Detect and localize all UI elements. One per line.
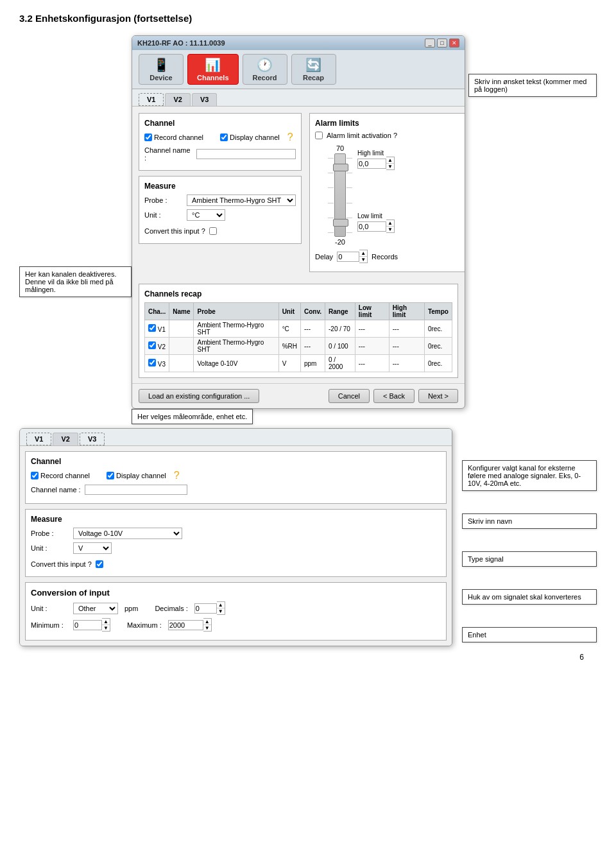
slider-handle-high[interactable] [333, 164, 348, 171]
table-row: V1 Ambient Thermo-Hygro SHT °C --- -20 /… [145, 320, 452, 338]
annotation-bottom-left: Her kan kanalen deaktiveres. Denne vil d… [19, 266, 132, 297]
tab-record[interactable]: 🕐 Record [243, 54, 287, 85]
window2-tab-v2[interactable]: V2 [53, 433, 78, 445]
window1-btn-row: Load an existing configuration ... Cance… [132, 383, 465, 408]
col-name: Name [169, 303, 194, 320]
channel-name-input[interactable] [196, 149, 296, 159]
display-channel-checkbox[interactable] [220, 133, 228, 141]
decimals-down[interactable]: ▼ [217, 608, 225, 614]
low-value-label: -20 [335, 238, 345, 246]
unit-label: Unit : [144, 211, 183, 219]
convert-checkbox[interactable] [209, 227, 217, 235]
window2-display-channel[interactable]: Display channel [107, 472, 166, 479]
maximum-down[interactable]: ▼ [203, 625, 211, 631]
table-row: V2 Ambient Thermo-Hygro SHT %RH --- 0 / … [145, 338, 452, 355]
window2-channel-tab-row: V1 V2 V3 [20, 429, 452, 446]
page-heading: 3.2 Enhetskonfigurasjon (fortsettelse) [19, 13, 597, 24]
decimals-input[interactable] [194, 603, 217, 614]
channel-name-label: Channel name : [144, 146, 193, 162]
low-limit-down[interactable]: ▼ [386, 227, 394, 232]
row2-check[interactable] [148, 341, 156, 349]
maximize-button[interactable]: □ [437, 39, 447, 47]
window2-channel-name-input[interactable] [85, 485, 187, 495]
record-channel-label[interactable]: Record channel [144, 133, 203, 141]
record-channel-checkbox[interactable] [144, 133, 152, 141]
window2-convert-checkbox[interactable] [96, 560, 103, 568]
low-limit-input[interactable] [357, 221, 386, 232]
high-limit-up[interactable]: ▲ [386, 157, 394, 164]
window2-tab-v3[interactable]: V3 [80, 433, 105, 445]
probe-select[interactable]: Ambient Thermo-Hygro SHT [187, 194, 296, 206]
channel-panel-title: Channel [144, 119, 296, 128]
alarm-panel-title: Alarm limits [315, 119, 465, 128]
delay-up[interactable]: ▲ [359, 250, 367, 257]
minimum-down[interactable]: ▼ [102, 625, 110, 631]
window2-probe-select[interactable]: Voltage 0-10V [73, 528, 182, 539]
alarm-activation-label: Alarm limit activation ? [327, 132, 397, 139]
measure-panel-title: Measure [144, 182, 296, 191]
maximum-up[interactable]: ▲ [203, 619, 211, 625]
channel-tab-v1[interactable]: V1 [139, 93, 164, 106]
channel-tab-row: V1 V2 V3 [132, 89, 465, 107]
col-low: Low limit [355, 303, 389, 320]
annotation-type-signal: Type signal [462, 551, 597, 567]
tab-device-label: Device [150, 74, 172, 82]
window2-display-checkbox[interactable] [107, 472, 114, 479]
cancel-button[interactable]: Cancel [329, 389, 370, 403]
decimals-up[interactable]: ▲ [217, 602, 225, 608]
display-channel-label[interactable]: Display channel [220, 133, 280, 141]
col-range: Range [325, 303, 355, 320]
low-limit-up[interactable]: ▲ [386, 220, 394, 227]
conversion-title: Conversion of input [31, 588, 441, 598]
tab-recap[interactable]: 🔄 Recap [291, 54, 336, 85]
recap-panel-title: Channels recap [144, 289, 452, 298]
page-number: 6 [19, 646, 597, 668]
delay-input[interactable] [337, 252, 359, 262]
channels-icon: 📊 [205, 57, 221, 73]
window2-record-checkbox[interactable] [31, 472, 38, 479]
tab-device[interactable]: 📱 Device [139, 54, 184, 85]
annotation-convert: Huk av om signalet skal konverteres [462, 589, 597, 605]
channel-tab-v2[interactable]: V2 [165, 93, 190, 106]
window1-titlebar: KH210-RF AO : 11.11.0039 _ □ ✕ [132, 36, 465, 50]
window2-record-channel[interactable]: Record channel [31, 472, 90, 479]
conv-unit-select[interactable]: Other [73, 603, 118, 614]
annotation-enhet: Enhet [462, 627, 597, 642]
close-button[interactable]: ✕ [449, 39, 459, 47]
window2-unit-label: Unit : [31, 544, 69, 552]
annotation-name: Skriv inn navn [462, 513, 597, 529]
window2: V1 V2 V3 Channel Record channel Display … [19, 428, 452, 646]
row1-check[interactable] [148, 324, 156, 332]
col-unit: Unit [278, 303, 300, 320]
decimals-label: Decimals : [155, 605, 187, 612]
device-icon: 📱 [153, 57, 169, 73]
window1-title: KH210-RF AO : 11.11.0039 [137, 39, 225, 47]
high-limit-down[interactable]: ▼ [386, 164, 394, 169]
slider-handle-low[interactable] [333, 219, 348, 227]
col-ch: Cha... [145, 303, 169, 320]
col-probe: Probe [194, 303, 278, 320]
col-tempo: Tempo [424, 303, 452, 320]
unit-select[interactable]: °C [187, 209, 225, 221]
conv-unit-label: Unit : [31, 605, 69, 612]
minimum-input[interactable] [73, 620, 102, 630]
minimum-up[interactable]: ▲ [102, 619, 110, 625]
row3-check[interactable] [148, 359, 156, 366]
back-button[interactable]: < Back [373, 389, 415, 403]
channel-tab-v3[interactable]: V3 [192, 93, 217, 106]
annotation-section2-right: Konfigurer valgt kanal for eksterne føle… [462, 460, 597, 491]
window1-toolbar: 📱 Device 📊 Channels 🕐 Record 🔄 Recap [132, 50, 465, 89]
load-config-button[interactable]: Load an existing configuration ... [139, 389, 259, 403]
minimize-button[interactable]: _ [425, 39, 435, 47]
next-button[interactable]: Next > [418, 389, 458, 403]
window2-unit-select[interactable]: V [73, 542, 112, 554]
maximum-input[interactable] [168, 620, 203, 630]
alarm-activation-checkbox[interactable] [315, 132, 323, 139]
high-limit-input[interactable] [357, 159, 386, 169]
window2-tab-v1[interactable]: V1 [26, 433, 51, 445]
records-label: Records [372, 253, 398, 261]
recap-icon: 🔄 [305, 57, 321, 73]
delay-down[interactable]: ▼ [359, 257, 367, 263]
window1-controls: _ □ ✕ [425, 39, 459, 47]
tab-channels[interactable]: 📊 Channels [187, 54, 239, 85]
